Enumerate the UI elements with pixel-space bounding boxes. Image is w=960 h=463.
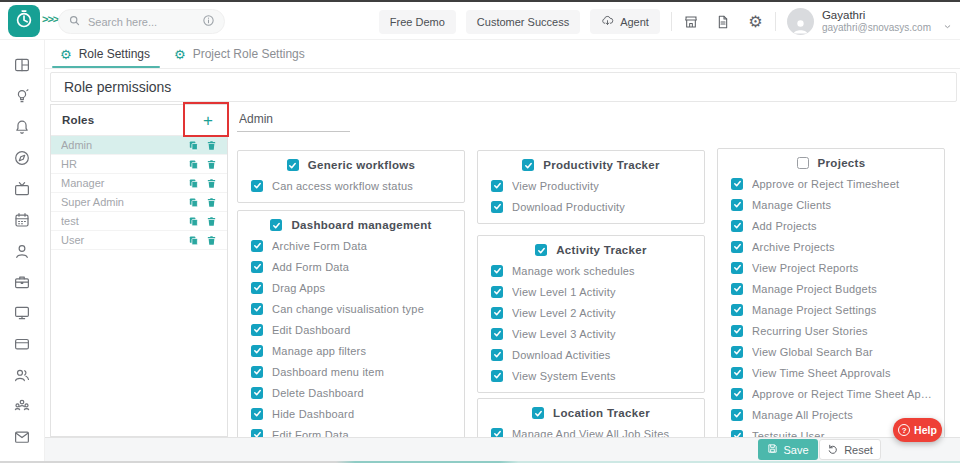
document-icon[interactable] (715, 13, 732, 30)
bell-icon[interactable] (13, 118, 31, 136)
checkbox[interactable] (731, 262, 743, 274)
checkbox[interactable] (731, 325, 743, 337)
agent-button[interactable]: Agent (590, 9, 660, 34)
checkbox[interactable] (491, 349, 503, 361)
team-icon[interactable] (13, 397, 31, 415)
delete-icon[interactable] (206, 178, 217, 189)
layout-icon[interactable] (13, 56, 31, 74)
customer-success-button[interactable]: Customer Success (466, 10, 580, 34)
checkbox[interactable] (251, 387, 263, 399)
user-email: gayathri@snovasys.com (822, 22, 931, 35)
users-icon[interactable] (13, 366, 31, 384)
permission-group: Generic workflowsCan access workflow sta… (237, 150, 465, 203)
checkbox[interactable] (731, 409, 743, 421)
checkbox[interactable] (491, 328, 503, 340)
storefront-icon[interactable] (683, 13, 700, 30)
checkbox[interactable] (491, 201, 503, 213)
checkbox[interactable] (251, 324, 263, 336)
free-demo-button[interactable]: Free Demo (379, 10, 456, 34)
role-row[interactable]: Manager (51, 174, 227, 193)
permission-label: Manage Project Settings (752, 304, 884, 316)
info-icon[interactable] (202, 13, 215, 31)
search-input[interactable] (88, 16, 195, 28)
app-logo[interactable] (8, 5, 40, 37)
credit-card-icon[interactable] (13, 335, 31, 353)
checkbox[interactable] (731, 241, 743, 253)
delete-icon[interactable] (206, 140, 217, 151)
checkbox[interactable] (731, 388, 743, 400)
checkbox[interactable] (251, 366, 263, 378)
checkbox[interactable] (535, 244, 547, 256)
role-row[interactable]: Admin (51, 136, 227, 155)
copy-icon[interactable] (188, 216, 199, 227)
delete-icon[interactable] (206, 235, 217, 246)
permission-column: Generic workflowsCan access workflow sta… (237, 0, 465, 463)
add-role-button[interactable]: + (203, 112, 213, 129)
tab-project-role-settings[interactable]: ⚙Project Role Settings (172, 40, 315, 68)
tab-role-settings[interactable]: ⚙Role Settings (58, 40, 160, 68)
permission-item: Manage Project Budgets (718, 278, 944, 299)
sidebar-expand-icon[interactable]: >>> (42, 13, 58, 25)
checkbox[interactable] (522, 159, 534, 171)
briefcase-icon[interactable] (13, 273, 31, 291)
checkbox[interactable] (731, 346, 743, 358)
checkbox[interactable] (491, 286, 503, 298)
tv-icon[interactable] (13, 180, 31, 198)
checkbox[interactable] (251, 345, 263, 357)
role-row[interactable]: test (51, 212, 227, 231)
idea-icon[interactable] (13, 87, 31, 105)
mail-icon[interactable] (13, 428, 31, 446)
copy-icon[interactable] (188, 140, 199, 151)
checkbox[interactable] (251, 180, 263, 192)
save-button[interactable]: Save (758, 439, 818, 460)
permission-item: Drag Apps (238, 277, 464, 298)
delete-icon[interactable] (206, 159, 217, 170)
permission-label: Download Productivity (512, 201, 633, 213)
role-name-input[interactable] (237, 107, 350, 132)
copy-icon[interactable] (188, 159, 199, 170)
checkbox[interactable] (731, 367, 743, 379)
delete-icon[interactable] (206, 216, 217, 227)
permission-label: View System Events (512, 370, 624, 382)
checkbox[interactable] (491, 180, 503, 192)
role-row[interactable]: Super Admin (51, 193, 227, 212)
checkbox[interactable] (491, 307, 503, 319)
copy-icon[interactable] (188, 178, 199, 189)
user-icon[interactable] (13, 242, 31, 260)
checkbox[interactable] (491, 265, 503, 277)
checkbox[interactable] (731, 199, 743, 211)
permission-item: View Level 1 Activity (478, 281, 704, 302)
checkbox[interactable] (251, 408, 263, 420)
delete-icon[interactable] (206, 197, 217, 208)
compass-icon[interactable] (13, 149, 31, 167)
permission-label: Delete Dashboard (272, 387, 372, 399)
checkbox[interactable] (731, 283, 743, 295)
checkbox[interactable] (797, 157, 809, 169)
permission-label: Archive Form Data (272, 240, 375, 252)
checkbox[interactable] (251, 303, 263, 315)
group-title: Productivity Tracker (543, 159, 660, 171)
settings-icon[interactable]: ⚙ (747, 13, 764, 30)
permission-item: Dashboard menu item (238, 361, 464, 382)
checkbox[interactable] (251, 282, 263, 294)
reset-button[interactable]: Reset (819, 439, 881, 460)
user-menu[interactable]: Gayathri gayathri@snovasys.com (787, 8, 952, 35)
checkbox[interactable] (270, 219, 282, 231)
role-row[interactable]: HR (51, 155, 227, 174)
monitor-icon[interactable] (13, 304, 31, 322)
checkbox[interactable] (491, 370, 503, 382)
checkbox[interactable] (532, 407, 544, 419)
copy-icon[interactable] (188, 197, 199, 208)
checkbox[interactable] (731, 178, 743, 190)
checkbox[interactable] (731, 220, 743, 232)
checkbox[interactable] (251, 240, 263, 252)
checkbox[interactable] (731, 304, 743, 316)
gear-icon: ⚙ (174, 48, 186, 61)
checkbox[interactable] (287, 159, 299, 171)
left-icon-sidebar (0, 40, 45, 463)
calendar-icon[interactable] (13, 211, 31, 229)
copy-icon[interactable] (188, 235, 199, 246)
role-row[interactable]: User (51, 231, 227, 250)
checkbox[interactable] (251, 261, 263, 273)
help-button[interactable]: ? Help (893, 418, 942, 442)
